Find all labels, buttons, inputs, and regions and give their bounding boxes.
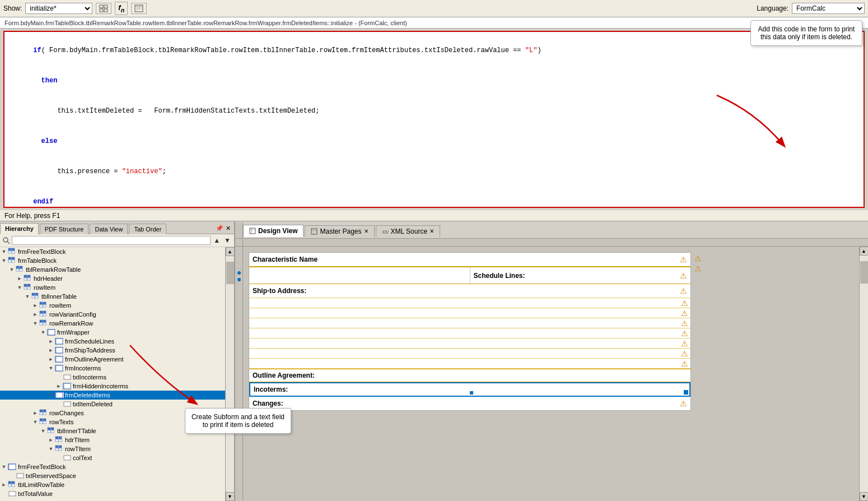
- svg-rect-75: [43, 419, 46, 421]
- tree-item-frmFreeTextBlock2[interactable]: ▼ frmFreeTextBlock: [0, 462, 225, 471]
- tree-item-hdrTItem[interactable]: ► hdrTItem: [0, 435, 225, 444]
- svg-rect-97: [8, 484, 11, 486]
- xml-source-close[interactable]: ✕: [430, 228, 434, 234]
- tree-item-txtTotalValue[interactable]: txtTotalValue: [0, 489, 225, 498]
- node-icon-frmScheduleLines: [55, 337, 65, 345]
- tab-data-view[interactable]: Data View: [90, 224, 128, 234]
- tree-item-tblRemarkRowTable[interactable]: ▼ tblRemarkRowTable: [0, 265, 225, 274]
- node-icon-frmWrapper: [47, 328, 57, 336]
- tree-item-rowTItem[interactable]: ▼ rowTItem: [0, 444, 225, 453]
- form-canvas: ⚠ ⚠ Characteristic Name ⚠ Schedu: [249, 252, 691, 411]
- search-up-arrow[interactable]: ▲: [212, 236, 221, 245]
- tree-scrollbar[interactable]: ▲ ▼: [225, 247, 234, 501]
- tree-item-frmIncoterms[interactable]: ▼ frmIncoterms: [0, 364, 225, 373]
- tab-hierarchy[interactable]: Hierarchy: [0, 223, 39, 234]
- svg-rect-95: [8, 481, 11, 484]
- tree-scroll[interactable]: ▼ frmFreeTextBlock▼ frmTableBlock▼ tblRe…: [0, 247, 225, 501]
- scroll-up-btn[interactable]: ▲: [226, 247, 235, 256]
- expand-icon-frmDeletedItems: ▼: [47, 392, 55, 398]
- design-scroll-up[interactable]: ▲: [860, 247, 869, 256]
- tree-item-frmTableBlock[interactable]: ▼ frmTableBlock: [0, 256, 225, 265]
- tree-item-frmWrapper[interactable]: ▼ frmWrapper: [0, 328, 225, 337]
- node-icon-rowItem2: [39, 301, 49, 309]
- svg-rect-28: [27, 284, 30, 286]
- expand-icon-frmIncoterms: ▼: [47, 365, 55, 371]
- tree-item-txtReservedSpace[interactable]: txtReservedSpace: [0, 471, 225, 480]
- ship-address-row: Ship-to Address: ⚠: [249, 284, 690, 298]
- show-select[interactable]: initialize*: [25, 3, 92, 14]
- tree-item-tblLimitRowTable[interactable]: ► tblLimitRowTable: [0, 480, 225, 489]
- expand-icon-frmShipToAddress: ►: [47, 347, 55, 353]
- selection-handle-mid: [470, 391, 473, 395]
- node-icon-txtItemDeleted: [63, 400, 73, 408]
- lang-label: Language:: [757, 4, 788, 12]
- tree-item-rowVariantConfig[interactable]: ► rowVariantConfig: [0, 310, 225, 319]
- expand-icon-rowRemarkRow: ▼: [31, 321, 39, 326]
- node-icon-tblRemarkRowTable: [16, 266, 26, 273]
- svg-rect-41: [40, 314, 43, 316]
- tree-item-frmFreeTextBlock[interactable]: ▼ frmFreeTextBlock: [0, 247, 225, 256]
- tree-item-frmOutlineAgreement[interactable]: ► frmOutlineAgreement: [0, 355, 225, 364]
- grid-toolbar-btn[interactable]: [96, 3, 111, 14]
- schedule-lines-spacer: [249, 267, 470, 284]
- tab-tab-order[interactable]: Tab Order: [129, 224, 166, 234]
- panel-close-icon[interactable]: ✕: [226, 225, 231, 232]
- expand-icon-tblInnerTable: ▼: [24, 294, 31, 299]
- book-toolbar-btn[interactable]: [131, 3, 147, 14]
- svg-rect-23: [24, 275, 27, 277]
- node-icon-tblInnerTTable: [47, 427, 57, 435]
- tree-item-frmHiddenIncoterms[interactable]: ► frmHiddenIncoterms: [0, 382, 225, 391]
- expand-icon-frmOutlineAgreement: ►: [47, 356, 55, 362]
- tree-item-txtItemDeleted[interactable]: txtItemDeleted: [0, 400, 225, 409]
- breadcrumb-text: Form.bdyMain.frmTableBlock.tblRemarkRowT…: [4, 20, 407, 26]
- svg-rect-25: [24, 278, 27, 280]
- search-down-arrow[interactable]: ▼: [223, 236, 232, 245]
- design-scroll-down[interactable]: ▼: [860, 492, 869, 501]
- changes-row: Changes: ⚠: [249, 397, 690, 410]
- svg-rect-88: [55, 448, 58, 451]
- fn-toolbar-btn[interactable]: fn: [115, 2, 128, 15]
- svg-rect-22: [20, 269, 22, 271]
- ship-address-section: Ship-to Address: ⚠ ⚠ ⚠ ⚠ ⚠ ⚠ ⚠ ⚠: [249, 284, 690, 369]
- scroll-down-btn[interactable]: ▼: [226, 492, 235, 501]
- code-line-1: if( Form.bdyMain.frmTableBlock.tblRemark…: [9, 35, 859, 66]
- code-line-2: then: [9, 66, 859, 96]
- node-icon-txtTotalValue: [8, 490, 18, 498]
- tab-master-pages[interactable]: Master Pages ✕: [305, 225, 374, 237]
- form-canvas-area[interactable]: ⚠ ⚠ Characteristic Name ⚠ Schedu: [243, 247, 859, 501]
- tree-label-rowChanges: rowChanges: [49, 410, 84, 416]
- schedule-lines-label: Schedule Lines:: [474, 272, 525, 280]
- tree-item-frmDeletedItems[interactable]: ▼ frmDeletedItems: [0, 391, 225, 400]
- svg-rect-96: [12, 481, 15, 484]
- node-icon-frmIncoterms: [55, 364, 65, 372]
- tree-item-frmShipToAddress[interactable]: ► frmShipToAddress: [0, 346, 225, 355]
- panel-pin-icon[interactable]: 📌: [216, 225, 223, 232]
- tab-pdf-structure[interactable]: PDF Structure: [40, 224, 89, 234]
- search-input[interactable]: [12, 236, 211, 245]
- tree-item-tblInnerTable[interactable]: ▼ tblInnerTable: [0, 292, 225, 301]
- tree-label-frmHiddenIncoterms: frmHiddenIncoterms: [73, 383, 128, 389]
- lang-select[interactable]: FormCalc: [792, 3, 865, 14]
- tree-item-rowItem[interactable]: ▼ rowItem: [0, 283, 225, 292]
- scroll-track: [226, 256, 235, 492]
- code-line-5: this.presence = "inactive";: [9, 156, 859, 187]
- tree-item-hdrHeader[interactable]: ► hdrHeader: [0, 274, 225, 283]
- search-bar: ▲ ▼: [0, 234, 234, 247]
- ship-row-7: ⚠: [249, 359, 690, 369]
- tree-item-rowRemarkRow[interactable]: ▼ rowRemarkRow: [0, 319, 225, 328]
- tree-item-colText[interactable]: colText: [0, 453, 225, 462]
- tree-item-txtIncoterms[interactable]: txtIncoterms: [0, 373, 225, 382]
- master-pages-close[interactable]: ✕: [364, 228, 368, 234]
- master-tab-icon: [311, 228, 318, 235]
- tab-xml-source[interactable]: XML XML Source ✕: [376, 225, 441, 237]
- tab-design-view[interactable]: Design View: [243, 225, 304, 237]
- design-scrollbar[interactable]: ▲ ▼: [859, 247, 868, 501]
- tree-item-rowItem2[interactable]: ► rowItem: [0, 301, 225, 310]
- tree-label-rowItem2: rowItem: [49, 302, 71, 309]
- ship-row-warn-6: ⚠: [681, 349, 688, 358]
- ruler-marker-1: [237, 271, 241, 275]
- warn-icon-top-2: ⚠: [694, 264, 702, 273]
- code-editor[interactable]: if( Form.bdyMain.frmTableBlock.tblRemark…: [3, 31, 865, 207]
- svg-rect-86: [55, 446, 58, 448]
- tree-item-frmScheduleLines[interactable]: ► frmScheduleLines: [0, 337, 225, 346]
